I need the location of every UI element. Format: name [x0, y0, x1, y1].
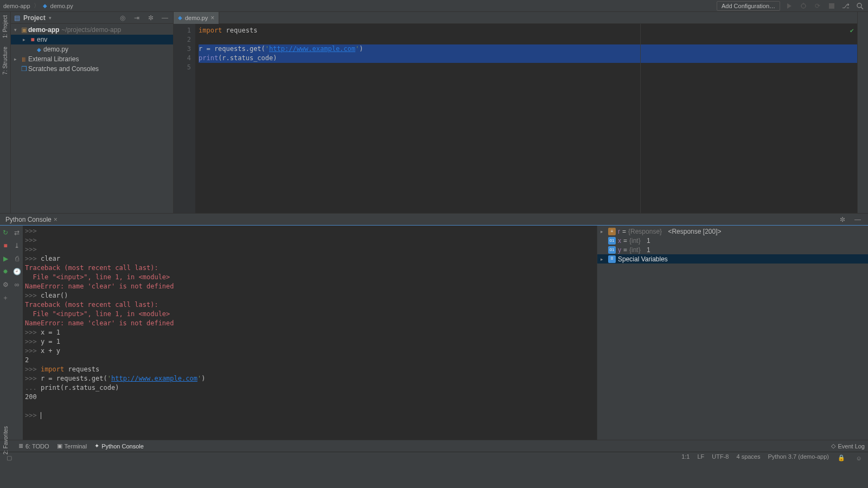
- add-configuration-button[interactable]: Add Configuration…: [717, 1, 780, 11]
- project-tool-tab[interactable]: 1: Project: [1, 14, 9, 39]
- editor-tab-demo[interactable]: ◆ demo.py ×: [174, 12, 219, 24]
- favorites-tool-tab[interactable]: 2: Favorites: [3, 426, 9, 454]
- interpreter[interactable]: Python 3.7 (demo-app): [768, 453, 829, 463]
- rerun-icon[interactable]: ↻: [1, 228, 10, 237]
- close-tab-icon[interactable]: ×: [210, 14, 214, 22]
- locate-icon[interactable]: ◎: [118, 13, 127, 23]
- code-editor[interactable]: 1 2 3 4 5 ✔ import requests r = requests…: [174, 24, 857, 213]
- execute-icon[interactable]: ▶: [1, 254, 10, 264]
- settings-icon[interactable]: ⚙: [1, 280, 10, 290]
- terminal-tab[interactable]: ▣Terminal: [57, 442, 87, 450]
- tree-demo-file[interactable]: ◆ demo.py: [11, 44, 173, 54]
- svg-rect-4: [829, 3, 834, 9]
- run-icon[interactable]: [784, 1, 794, 11]
- var-y[interactable]: 01 y = {int} 1: [597, 245, 868, 254]
- event-log-tab[interactable]: ◇Event Log: [831, 442, 865, 450]
- project-panel: ▤ Project ▾ ◎ ⇥ ✼ — ▾▣ demo-app ~/projec…: [11, 12, 174, 213]
- var-special[interactable]: ▸ ⠿ Special Variables: [597, 254, 868, 264]
- editor-tab-bar: ◆ demo.py ×: [174, 12, 857, 24]
- status-bar: ▢ 1:1 LF UTF-8 4 spaces Python 3.7 (demo…: [0, 452, 868, 464]
- left-stripe-bottom: 2: Favorites: [0, 423, 11, 454]
- python-file-icon: ◆: [43, 3, 47, 9]
- var-x[interactable]: 01 x = {int} 1: [597, 236, 868, 245]
- python-console-panel: Python Console × ✼ — ↻ ■ ▶ ✸ ⚙ ＋ ⇄ ⤓ ⎙ 🕘…: [0, 213, 868, 440]
- code-line-5[interactable]: [199, 63, 857, 72]
- readonly-lock-icon[interactable]: 🔒: [837, 453, 846, 463]
- breadcrumb-sep: 〉: [34, 2, 40, 10]
- tree-demo-label: demo.py: [43, 46, 68, 53]
- collapse-icon[interactable]: ⇥: [132, 13, 142, 23]
- int-icon: 01: [608, 246, 616, 254]
- line-gutter: 1 2 3 4 5: [174, 24, 195, 213]
- search-everywhere-icon[interactable]: [855, 1, 865, 11]
- breadcrumb-file[interactable]: demo.py: [50, 3, 73, 9]
- python-console-tab[interactable]: ✦Python Console: [94, 442, 144, 450]
- code-line-3[interactable]: r = requests.get('http://www.example.com…: [199, 44, 857, 54]
- svg-line-6: [861, 7, 863, 9]
- editor-tab-label: demo.py: [185, 15, 208, 21]
- chevron-down-icon[interactable]: ▾: [49, 15, 52, 21]
- left-tool-stripe: 1: Project 7: Structure: [0, 12, 11, 213]
- project-panel-title[interactable]: Project: [23, 14, 46, 22]
- console-action-bar-1: ↻ ■ ▶ ✸ ⚙ ＋: [0, 226, 11, 440]
- gear-icon[interactable]: ✼: [146, 13, 156, 23]
- tree-scratch-label: Scratches and Consoles: [28, 65, 99, 73]
- tree-external-libs[interactable]: ▸⫼ External Libraries: [11, 54, 173, 64]
- hide-panel-icon[interactable]: —: [160, 13, 170, 23]
- history-icon[interactable]: 🕘: [12, 267, 22, 277]
- inspection-profile-icon[interactable]: ☺: [854, 453, 864, 463]
- console-cursor: [41, 412, 41, 419]
- debug-icon[interactable]: [799, 1, 808, 11]
- stop-icon[interactable]: [827, 1, 837, 11]
- group-icon: ⠿: [608, 255, 616, 263]
- new-console-icon[interactable]: ＋: [1, 293, 10, 303]
- project-view-icon: ▤: [14, 14, 20, 22]
- editor-area: ◆ demo.py × 1 2 3 4 5 ✔ import requests …: [174, 12, 857, 213]
- vars-icon[interactable]: ∞: [12, 280, 22, 290]
- encoding[interactable]: UTF-8: [712, 453, 729, 463]
- console-output[interactable]: >>> >>> >>> >>> clear Traceback (most re…: [23, 226, 597, 440]
- code-line-2[interactable]: [199, 35, 857, 44]
- console-hide-icon[interactable]: —: [853, 215, 863, 224]
- tree-root[interactable]: ▾▣ demo-app ~/projects/demo-app: [11, 25, 173, 35]
- var-r[interactable]: ▸ ≡ r = {Response} <Response [200]>: [597, 227, 868, 236]
- stop-console-icon[interactable]: ■: [1, 241, 10, 251]
- console-action-bar-2: ⇄ ⤓ ⎙ 🕘 ∞: [11, 226, 23, 440]
- todo-tab[interactable]: ≣6: TODO: [18, 442, 49, 450]
- debug-console-icon[interactable]: ✸: [1, 267, 10, 277]
- console-gear-icon[interactable]: ✼: [838, 215, 847, 224]
- python-file-icon: ◆: [178, 15, 182, 21]
- close-console-tab-icon[interactable]: ×: [54, 216, 58, 223]
- tree-env[interactable]: ▸■ env: [11, 35, 173, 44]
- breadcrumb[interactable]: demo-app 〉 ◆ demo.py: [3, 2, 73, 10]
- code-line-4[interactable]: print(r.status_code): [199, 54, 857, 63]
- vcs-icon[interactable]: ⎇: [841, 1, 851, 11]
- attach-icon[interactable]: ⟳: [813, 1, 822, 11]
- tree-ext-label: External Libraries: [28, 55, 79, 63]
- structure-tool-tab[interactable]: 7: Structure: [1, 46, 9, 76]
- soft-wrap-icon[interactable]: ⇄: [12, 228, 22, 237]
- console-title[interactable]: Python Console: [5, 216, 52, 223]
- int-icon: 01: [608, 237, 616, 245]
- indent[interactable]: 4 spaces: [736, 453, 760, 463]
- tree-scratches[interactable]: ❐ Scratches and Consoles: [11, 64, 173, 74]
- svg-point-0: [801, 4, 806, 8]
- tree-root-path: ~/projects/demo-app: [61, 26, 121, 34]
- svg-point-5: [857, 3, 861, 8]
- code-line-1[interactable]: import requests: [199, 26, 857, 35]
- line-separator[interactable]: LF: [697, 453, 704, 463]
- bottom-tool-tabs: ≣6: TODO ▣Terminal ✦Python Console ◇Even…: [0, 440, 868, 452]
- caret-position[interactable]: 1:1: [681, 453, 690, 463]
- object-icon: ≡: [608, 228, 616, 235]
- print-icon[interactable]: ⎙: [12, 254, 22, 264]
- tree-env-label: env: [37, 36, 47, 43]
- right-tool-stripe: [857, 12, 868, 213]
- project-tree[interactable]: ▾▣ demo-app ~/projects/demo-app ▸■ env ◆…: [11, 24, 173, 75]
- tree-root-label: demo-app: [28, 26, 59, 34]
- top-toolbar: demo-app 〉 ◆ demo.py Add Configuration… …: [0, 0, 868, 12]
- variables-pane[interactable]: ▸ ≡ r = {Response} <Response [200]> 01 x…: [597, 226, 868, 440]
- breadcrumb-project[interactable]: demo-app: [3, 3, 30, 9]
- scroll-end-icon[interactable]: ⤓: [12, 241, 22, 251]
- inspection-ok-icon[interactable]: ✔: [850, 26, 854, 35]
